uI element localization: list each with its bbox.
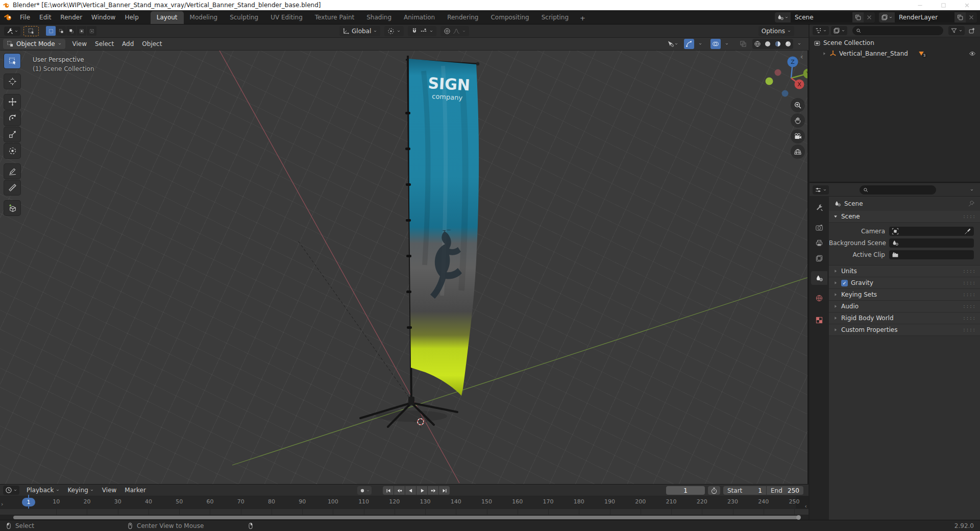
shading-dropdown[interactable] [794, 39, 804, 49]
select-mode-button[interactable] [77, 26, 86, 36]
workspace-tab[interactable]: Texture Paint [309, 11, 360, 24]
new-layer-button[interactable] [954, 12, 966, 22]
drag-handle[interactable]: :::: [963, 280, 976, 285]
drag-handle[interactable]: :::: [963, 316, 976, 321]
use-preview-range-button[interactable] [708, 486, 720, 495]
timeline-menu-item[interactable]: Keying [64, 487, 98, 494]
overlays-dropdown[interactable] [722, 39, 732, 49]
transport-button[interactable] [405, 486, 416, 495]
viewport-menu-item[interactable]: Add [118, 39, 138, 49]
new-scene-button[interactable] [852, 12, 864, 22]
new-collection-button[interactable] [967, 26, 977, 36]
blender-menu-icon[interactable] [4, 13, 12, 21]
workspace-tab[interactable]: Layout [151, 11, 184, 24]
properties-options-dropdown[interactable] [967, 185, 977, 195]
tool-button[interactable] [4, 143, 20, 158]
viewport-3d[interactable]: SIGN company [0, 51, 808, 484]
outliner-editor-type-button[interactable] [813, 26, 829, 35]
timeline-menu-item[interactable]: Playback [22, 487, 64, 494]
select-mode-button[interactable] [46, 26, 56, 36]
drag-handle[interactable]: :::: [963, 269, 976, 274]
delete-scene-button[interactable] [864, 12, 875, 22]
transform-orientation-dropdown[interactable]: Global [339, 26, 380, 36]
banner-stand-object[interactable]: SIGN company [360, 56, 479, 427]
shading-mode-button[interactable] [783, 39, 793, 49]
object-visibility-dropdown[interactable] [667, 39, 679, 49]
perspective-toggle-button[interactable] [791, 144, 805, 159]
pin-icon[interactable] [968, 200, 975, 207]
shading-mode-button[interactable] [752, 39, 763, 49]
tool-button[interactable] [4, 127, 20, 142]
menu-item[interactable]: Render [56, 12, 87, 22]
properties-editor-type-button[interactable] [813, 185, 829, 195]
pan-button[interactable] [791, 113, 805, 128]
add-workspace-button[interactable]: + [575, 12, 591, 24]
outliner-display-mode-button[interactable] [831, 26, 847, 35]
select-mode-button[interactable] [87, 26, 96, 36]
properties-search-input[interactable] [860, 185, 936, 195]
timeline-ruler[interactable]: 1 10203040506070809010011012013014015016… [0, 496, 808, 509]
gizmos-dropdown[interactable] [695, 39, 705, 49]
tool-button[interactable] [4, 180, 20, 195]
scene-panel-header[interactable]: Scene :::: [829, 211, 980, 223]
viewport-menu-item[interactable]: Select [91, 39, 118, 49]
shading-mode-button[interactable] [773, 39, 783, 49]
select-mode-button[interactable] [56, 26, 66, 36]
menu-item[interactable]: Edit [35, 12, 56, 22]
timeline-expand-left[interactable]: › [1, 501, 3, 508]
properties-panel[interactable]: Units :::: [829, 266, 980, 277]
transport-button[interactable] [416, 486, 427, 495]
drag-handle[interactable]: :::: [963, 327, 976, 332]
timeline-track[interactable] [0, 509, 808, 515]
xray-toggle[interactable] [738, 39, 748, 49]
workspace-tab[interactable]: UV Editing [264, 11, 309, 24]
properties-panel[interactable]: ✓ Gravity :::: [829, 277, 980, 289]
select-mode-button[interactable] [66, 26, 76, 36]
properties-tab[interactable] [811, 271, 827, 285]
properties-tab[interactable] [811, 221, 827, 234]
eyedropper-icon[interactable] [964, 228, 971, 235]
outliner-row-scene-collection[interactable]: Scene Collection [810, 37, 980, 48]
viewport-menu-item[interactable]: View [68, 39, 91, 49]
drag-handle[interactable]: :::: [963, 292, 976, 297]
properties-tab[interactable] [811, 251, 827, 265]
property-field[interactable] [889, 227, 974, 236]
shading-mode-button[interactable] [763, 39, 773, 49]
close-button[interactable] [957, 0, 980, 10]
scene-selector-dropdown[interactable] [775, 12, 791, 22]
camera-view-button[interactable] [791, 129, 805, 143]
gizmos-toggle[interactable] [684, 39, 694, 49]
active-tool-button[interactable] [23, 26, 39, 36]
properties-panel[interactable]: Custom Properties :::: [829, 324, 980, 336]
tool-button[interactable] [4, 111, 20, 126]
workspace-tab[interactable]: Sculpting [224, 11, 264, 24]
property-field[interactable] [889, 250, 974, 259]
render-layer-dropdown[interactable] [879, 12, 895, 22]
options-dropdown[interactable]: Options [758, 26, 794, 36]
drag-handle[interactable]: :::: [963, 304, 976, 309]
snap-controls[interactable] [408, 26, 436, 36]
timeline-editor-type-button[interactable] [3, 486, 19, 495]
workspace-tab[interactable]: Modeling [184, 11, 224, 24]
workspace-tab[interactable]: Animation [398, 11, 441, 24]
frame-start-field[interactable]: Start1 [723, 486, 766, 495]
transport-button[interactable] [428, 486, 438, 495]
properties-tab[interactable] [811, 291, 827, 305]
workspace-tab[interactable]: Scripting [535, 11, 575, 24]
workspace-tab[interactable]: Rendering [441, 11, 484, 24]
proportional-editing-controls[interactable] [440, 26, 469, 36]
current-frame-indicator[interactable]: 1 [22, 498, 35, 506]
render-layer-name-field[interactable]: RenderLayer [895, 12, 954, 22]
properties-tab[interactable] [811, 236, 827, 250]
expand-icon[interactable] [822, 51, 827, 56]
maximize-button[interactable] [933, 0, 957, 10]
tool-button[interactable] [4, 164, 20, 179]
menu-item[interactable]: Help [120, 12, 143, 22]
visibility-eye-icon[interactable] [969, 50, 976, 57]
panel-checkbox[interactable]: ✓ [841, 280, 848, 286]
editor-type-button[interactable] [4, 27, 20, 36]
properties-panel[interactable]: Audio :::: [829, 301, 980, 312]
tool-button[interactable] [4, 201, 20, 215]
transport-button[interactable] [439, 486, 450, 495]
pivot-point-dropdown[interactable] [384, 26, 404, 36]
